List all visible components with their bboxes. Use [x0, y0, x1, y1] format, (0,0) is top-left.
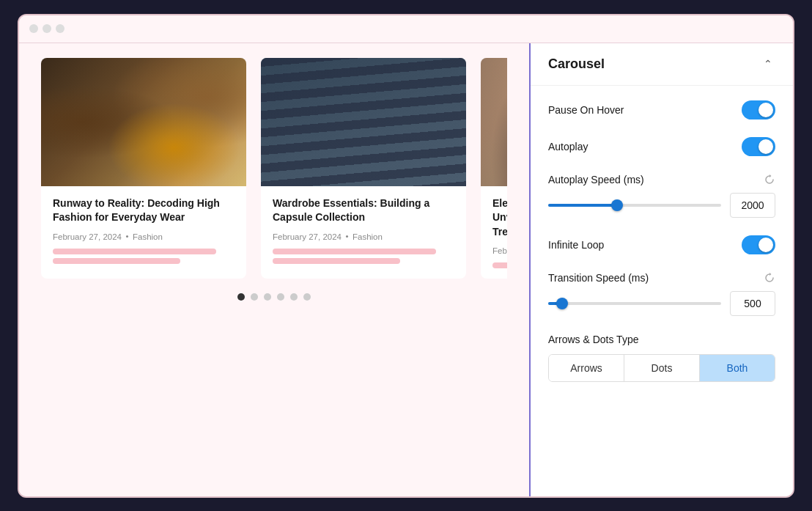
autoplay-speed-reset-icon[interactable] — [764, 174, 775, 185]
dot-red — [29, 24, 38, 33]
card-2-body: Wardrobe Essentials: Building a Capsule … — [261, 186, 466, 274]
transition-speed-slider-row — [548, 291, 775, 316]
pause-on-hover-toggle[interactable] — [742, 100, 775, 120]
card-2-title: Wardrobe Essentials: Building a Capsule … — [273, 196, 454, 225]
transition-speed-section: Transition Speed (ms) — [548, 272, 775, 316]
transition-speed-track — [548, 302, 721, 305]
card-1: Runway to Reality: Decoding High Fashion… — [41, 58, 246, 279]
card-1-title: Runway to Reality: Decoding High Fashion… — [53, 196, 235, 225]
card-3: ElegUnvTren Februa — [481, 58, 507, 279]
autoplay-speed-header: Autoplay Speed (ms) — [548, 174, 775, 185]
card-2-image — [261, 58, 466, 186]
card-2: Wardrobe Essentials: Building a Capsule … — [261, 58, 466, 279]
carousel-dot-1[interactable] — [237, 293, 245, 301]
autoplay-speed-fill — [548, 204, 617, 207]
card-1-category: Fashion — [133, 232, 163, 241]
card-1-meta-dot — [126, 235, 128, 238]
both-button[interactable]: Both — [700, 355, 775, 381]
autoplay-speed-input[interactable] — [730, 193, 775, 218]
dot-green — [56, 24, 64, 33]
card-1-date: February 27, 2024 — [53, 232, 122, 241]
pause-on-hover-row: Pause On Hover — [548, 100, 775, 120]
card-2-lines — [273, 249, 454, 264]
card-3-meta: Februa — [492, 246, 507, 255]
card-3-title: ElegUnvTren — [492, 196, 507, 240]
transition-speed-thumb[interactable] — [556, 298, 568, 309]
infinite-loop-row: Infinite Loop — [548, 235, 775, 254]
card-2-date: February 27, 2024 — [273, 232, 342, 241]
autoplay-speed-section: Autoplay Speed (ms) — [548, 174, 775, 218]
infinite-loop-label: Infinite Loop — [548, 239, 604, 251]
card-1-image — [41, 58, 246, 186]
card-1-line-1 — [53, 249, 216, 254]
browser-content: Runway to Reality: Decoding High Fashion… — [19, 43, 793, 496]
card-3-line-1 — [492, 262, 507, 268]
carousel-dot-4[interactable] — [277, 293, 284, 301]
autoplay-toggle[interactable] — [742, 137, 775, 156]
browser-dots — [29, 24, 64, 33]
carousel-dot-5[interactable] — [290, 293, 298, 301]
settings-panel: Carousel ⌃ Pause On Hover Autoplay — [529, 43, 793, 496]
autoplay-label: Autoplay — [548, 141, 588, 152]
card-2-category: Fashion — [353, 232, 383, 241]
transition-speed-input[interactable] — [730, 291, 775, 316]
collapse-icon[interactable]: ⌃ — [761, 56, 775, 71]
browser-window: Runway to Reality: Decoding High Fashion… — [18, 14, 794, 498]
autoplay-speed-label: Autoplay Speed (ms) — [548, 174, 644, 185]
card-1-body: Runway to Reality: Decoding High Fashion… — [41, 186, 246, 274]
transition-speed-track-container[interactable] — [548, 296, 721, 311]
transition-speed-header: Transition Speed (ms) — [548, 272, 775, 284]
transition-speed-label: Transition Speed (ms) — [548, 272, 649, 284]
autoplay-speed-track — [548, 204, 721, 207]
carousel-dot-2[interactable] — [251, 293, 258, 301]
card-3-body: ElegUnvTren Februa — [481, 186, 507, 279]
autoplay-speed-track-container[interactable] — [548, 198, 721, 213]
carousel-cards: Runway to Reality: Decoding High Fashion… — [41, 58, 507, 279]
dot-yellow — [43, 24, 51, 33]
card-2-line-1 — [273, 249, 436, 254]
panel-title: Carousel — [548, 56, 605, 72]
card-2-meta-dot — [346, 235, 348, 238]
panel-body: Pause On Hover Autoplay Autoplay Speed (… — [531, 86, 793, 397]
card-1-line-2 — [53, 258, 180, 264]
card-3-lines — [492, 262, 507, 268]
card-2-line-2 — [273, 258, 400, 264]
arrows-dots-section: Arrows & Dots Type Arrows Dots Both — [548, 334, 775, 382]
dots-button[interactable]: Dots — [624, 355, 700, 381]
carousel-dots-nav — [41, 293, 507, 308]
autoplay-row: Autoplay — [548, 137, 775, 156]
panel-header: Carousel ⌃ — [531, 43, 793, 86]
card-3-date: Februa — [492, 246, 507, 255]
arrows-dots-buttons: Arrows Dots Both — [548, 354, 775, 382]
card-1-lines — [53, 249, 235, 264]
carousel-preview-area: Runway to Reality: Decoding High Fashion… — [19, 43, 529, 496]
carousel-dot-6[interactable] — [303, 293, 311, 301]
arrows-button[interactable]: Arrows — [549, 355, 624, 381]
card-1-meta: February 27, 2024 Fashion — [53, 232, 235, 241]
carousel-dot-3[interactable] — [264, 293, 271, 301]
card-3-image — [481, 58, 507, 186]
autoplay-speed-thumb[interactable] — [611, 199, 623, 211]
card-2-meta: February 27, 2024 Fashion — [273, 232, 454, 241]
transition-speed-reset-icon[interactable] — [764, 272, 775, 284]
browser-titlebar — [19, 15, 793, 43]
arrows-dots-label: Arrows & Dots Type — [548, 334, 775, 345]
infinite-loop-toggle[interactable] — [742, 235, 775, 254]
pause-on-hover-label: Pause On Hover — [548, 104, 624, 116]
autoplay-speed-slider-row — [548, 193, 775, 218]
